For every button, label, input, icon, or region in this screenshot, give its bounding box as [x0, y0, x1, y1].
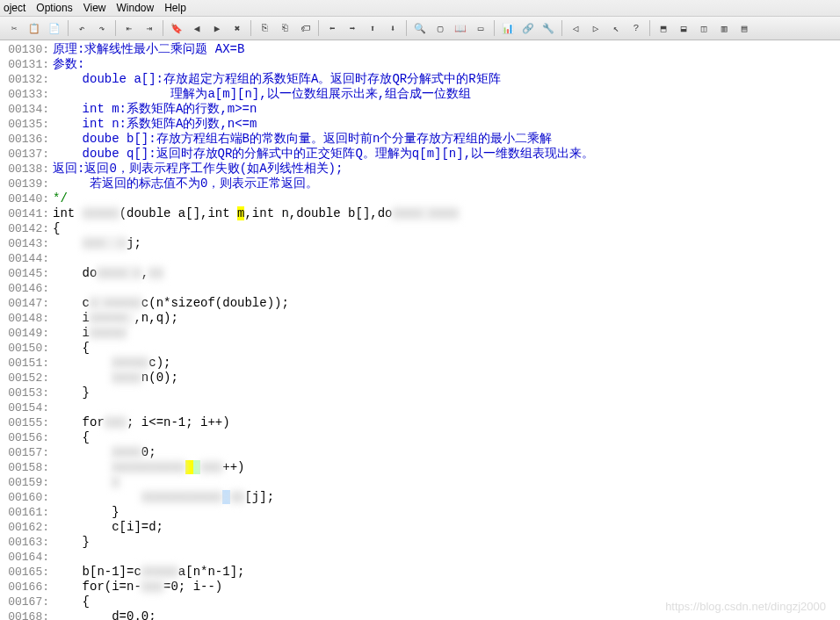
indent-right-icon[interactable]: ⇥ [141, 19, 158, 37]
book-icon[interactable]: 📖 [452, 19, 469, 37]
line-content[interactable]: double a[]:存放超定方程组的系数矩阵A。返回时存放QR分解式中的R矩阵 [53, 72, 840, 87]
tool-icon[interactable]: 🔧 [539, 19, 557, 37]
layout4-icon[interactable]: ▥ [715, 19, 733, 37]
menu-view[interactable]: View [83, 2, 106, 14]
code-line[interactable]: 00143: xxx xj; [0, 236, 840, 251]
layout1-icon[interactable]: ⬒ [655, 19, 672, 37]
paste-icon[interactable]: 📄 [46, 19, 63, 37]
line-content[interactable]: 若返回的标志值不为0，则表示正常返回。 [53, 177, 840, 191]
layout2-icon[interactable]: ⬓ [675, 19, 692, 37]
line-content[interactable]: for(i=n-xxx=0; i--) [53, 580, 840, 595]
undo-icon[interactable]: ↶ [73, 19, 91, 37]
bookmark-next-icon[interactable]: ▶ [208, 19, 226, 37]
line-content[interactable]: cx xxxxxc(n*sizeof(double)); [53, 296, 840, 311]
code-line[interactable]: 00155: forxxx; i<=n-1; i++) [0, 415, 840, 430]
line-content[interactable]: } [53, 505, 840, 520]
code-line[interactable]: 00153: } [0, 386, 840, 400]
line-content[interactable] [53, 550, 840, 565]
code-line[interactable]: 00151: xxxxxc); [0, 356, 840, 371]
code-line[interactable]: 00152: xxxxn(0); [0, 371, 840, 386]
code-line[interactable]: 00142:{ [0, 221, 840, 236]
copy-icon[interactable]: 📋 [25, 19, 43, 37]
line-content[interactable]: b[n-1]=cxxxxxa[n*n-1]; [53, 565, 840, 580]
code-line[interactable]: 00160: xxxxxxxxxxx xx[j]; [0, 490, 840, 505]
line-content[interactable]: } [53, 535, 840, 550]
line-content[interactable]: { [53, 341, 840, 356]
bookmark-clear-icon[interactable]: ✖ [228, 19, 246, 37]
indent-left-icon[interactable]: ⇤ [120, 19, 138, 37]
code-line[interactable]: 00164: [0, 550, 840, 565]
line-content[interactable]: ixxxxx [53, 326, 840, 341]
menu-window[interactable]: Window [117, 2, 155, 14]
code-line[interactable]: 00138:返回:返回0，则表示程序工作失败(如A列线性相关); [0, 162, 840, 177]
code-line[interactable]: 00136: doube b[]:存放方程组右端B的常数向量。返回时前n个分量存… [0, 132, 840, 147]
cut-icon[interactable]: ✂ [5, 19, 23, 37]
code-line[interactable]: 00145: doxxxx x,xx [0, 266, 840, 281]
layout3-icon[interactable]: ◫ [695, 19, 713, 37]
code-line[interactable]: 00135: int n:系数矩阵A的列数,n<=m [0, 117, 840, 132]
tag-icon[interactable]: 🏷 [296, 19, 314, 37]
relation-icon[interactable]: 🔗 [519, 19, 537, 37]
line-content[interactable]: 返回:返回0，则表示程序工作失败(如A列线性相关); [53, 162, 840, 177]
chart-icon[interactable]: 📊 [499, 19, 517, 37]
code-line[interactable]: 00130:原理:求解线性最小二乘问题 AX=B [0, 42, 840, 57]
line-content[interactable]: xxx xj; [53, 236, 840, 251]
code-line[interactable]: 00154: [0, 400, 840, 415]
line-content[interactable]: c[i]=d; [53, 520, 840, 535]
code-line[interactable]: 00147: cx xxxxxc(n*sizeof(double)); [0, 296, 840, 311]
menu-help[interactable]: Help [164, 2, 186, 14]
code-line[interactable]: 00132: double a[]:存放超定方程组的系数矩阵A。返回时存放QR分… [0, 72, 840, 87]
layout5-icon[interactable]: ▤ [735, 19, 753, 37]
code-line[interactable]: 00133: 理解为a[m][n],以一位数组展示出来,组合成一位数组 [0, 87, 840, 102]
nav-forward-icon[interactable]: ➡ [344, 19, 361, 37]
code-line[interactable]: 00146: [0, 281, 840, 296]
nav-down-icon[interactable]: ⬇ [384, 19, 402, 37]
line-content[interactable]: doube q[]:返回时存放QR的分解式中的正交矩阵Q。理解为q[m][n],… [53, 147, 840, 162]
code-line[interactable]: 00150: { [0, 341, 840, 356]
code-line[interactable]: 00139: 若返回的标志值不为0，则表示正常返回。 [0, 177, 840, 191]
code-line[interactable]: 00159: x [0, 475, 840, 490]
next-icon[interactable]: ▷ [587, 19, 605, 37]
code-line[interactable]: 00144: [0, 251, 840, 266]
line-content[interactable]: { [53, 430, 840, 445]
line-content[interactable]: { [53, 221, 840, 236]
line-content[interactable]: */ [53, 191, 840, 206]
panel-icon[interactable]: ▭ [472, 19, 489, 37]
line-content[interactable]: 理解为a[m][n],以一位数组展示出来,组合成一位数组 [53, 87, 840, 102]
code-line[interactable]: 00149: ixxxxx [0, 326, 840, 341]
code-line[interactable]: 00157: xxxx0; [0, 445, 840, 460]
prev-icon[interactable]: ◁ [567, 19, 584, 37]
line-content[interactable]: xxxxxxxxxxx xx[j]; [53, 490, 840, 505]
line-content[interactable]: int n:系数矩阵A的列数,n<=m [53, 117, 840, 132]
line-content[interactable]: xxxx0; [53, 445, 840, 460]
code-line[interactable]: 00137: doube q[]:返回时存放QR的分解式中的正交矩阵Q。理解为q… [0, 147, 840, 162]
search-icon[interactable]: 🔍 [411, 19, 429, 37]
line-content[interactable]: forxxx; i<=n-1; i++) [53, 415, 840, 430]
menu-options[interactable]: Options [36, 2, 72, 14]
nav-up-icon[interactable]: ⬆ [364, 19, 381, 37]
code-line[interactable]: 00163: } [0, 535, 840, 550]
line-content[interactable] [53, 251, 840, 266]
code-line[interactable]: 00162: c[i]=d; [0, 520, 840, 535]
window-icon[interactable]: ▢ [431, 19, 449, 37]
goto2-icon[interactable]: ⎗ [276, 19, 293, 37]
line-content[interactable]: 参数: [53, 57, 840, 72]
line-content[interactable]: 原理:求解线性最小二乘问题 AX=B [53, 42, 840, 57]
code-line[interactable]: 00134: int m:系数矩阵A的行数,m>=n [0, 102, 840, 117]
bookmark-prev-icon[interactable]: ◀ [188, 19, 206, 37]
code-line[interactable]: 00161: } [0, 505, 840, 520]
code-line[interactable]: 00140:*/ [0, 191, 840, 206]
line-content[interactable]: xxxxxc); [53, 356, 840, 371]
code-line[interactable]: 00156: { [0, 430, 840, 445]
line-content[interactable] [53, 281, 840, 296]
line-content[interactable]: xxxxxxxxxx xxx++) [53, 460, 840, 475]
help-icon[interactable]: ? [627, 19, 645, 37]
line-content[interactable]: doube b[]:存放方程组右端B的常数向量。返回时前n个分量存放方程组的最小… [53, 132, 840, 147]
select-icon[interactable]: ↖ [607, 19, 625, 37]
code-line[interactable]: 00141:int xxxxx(double a[],int m,int n,d… [0, 206, 840, 221]
code-line[interactable]: 00165: b[n-1]=cxxxxxa[n*n-1]; [0, 565, 840, 580]
goto-icon[interactable]: ⎘ [256, 19, 273, 37]
code-line[interactable]: 00158: xxxxxxxxxx xxx++) [0, 460, 840, 475]
nav-back-icon[interactable]: ⬅ [323, 19, 341, 37]
line-content[interactable]: xxxxn(0); [53, 371, 840, 386]
